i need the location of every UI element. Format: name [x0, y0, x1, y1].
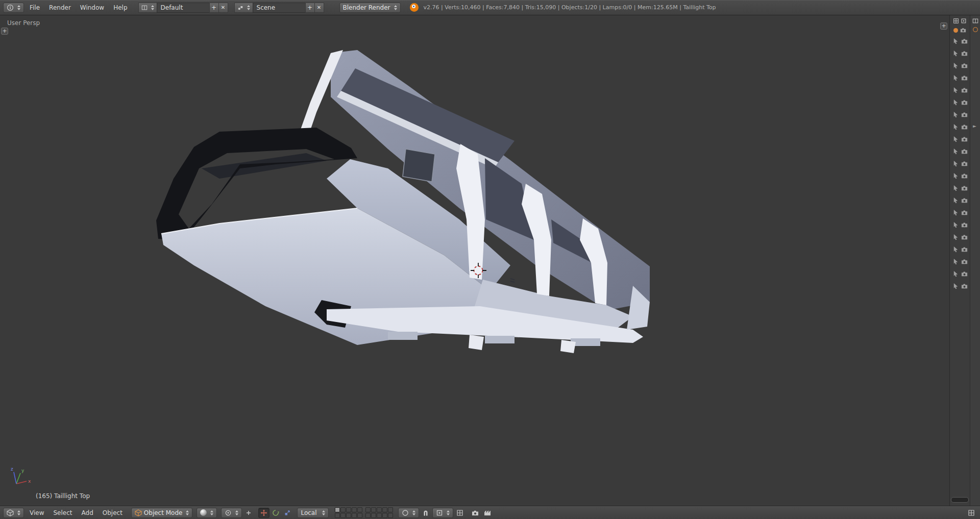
selectable-toggle-icon[interactable]: [952, 135, 959, 144]
region-expand-icon[interactable]: +: [1, 28, 8, 35]
render-toggle-icon[interactable]: [961, 282, 968, 291]
pivot-point-selector[interactable]: [221, 508, 242, 518]
selectable-toggle-icon[interactable]: [952, 86, 959, 95]
mode-selector[interactable]: Object Mode: [131, 508, 193, 518]
selectable-toggle-icon[interactable]: [952, 282, 959, 291]
translate-manipulator-toggle[interactable]: [258, 508, 270, 518]
selectable-toggle-icon[interactable]: [952, 184, 959, 193]
selectable-toggle-icon[interactable]: [952, 73, 959, 83]
render-toggle-icon[interactable]: [961, 257, 968, 267]
render-toggle-icon[interactable]: [961, 171, 968, 181]
pivot-align-toggle[interactable]: [243, 508, 254, 518]
selectable-toggle-icon[interactable]: [952, 147, 959, 157]
screen-layout-add-button[interactable]: +: [209, 3, 219, 13]
render-toggle-icon[interactable]: [961, 49, 968, 59]
editor-type-selector[interactable]: [3, 508, 24, 518]
layer-cell[interactable]: [352, 507, 357, 512]
layer-cell[interactable]: [357, 507, 362, 512]
render-toggle-icon[interactable]: [961, 220, 968, 230]
render-toggle-icon[interactable]: [961, 208, 968, 218]
editor-type-selector[interactable]: [3, 3, 24, 13]
scale-manipulator-toggle[interactable]: [282, 508, 293, 518]
layer-cell[interactable]: [388, 507, 393, 512]
selectable-toggle-icon[interactable]: [952, 49, 959, 59]
selectable-toggle-icon[interactable]: [952, 208, 959, 218]
menu-select[interactable]: Select: [48, 506, 77, 519]
selectable-toggle-icon[interactable]: [952, 110, 959, 120]
render-toggle-icon[interactable]: [961, 110, 968, 120]
viewport-3d[interactable]: x y z User Persp (165) Taillight Top + +: [0, 15, 949, 506]
render-toggle-icon[interactable]: [961, 196, 968, 206]
snap-toggle[interactable]: [420, 508, 431, 518]
menu-view[interactable]: View: [25, 506, 48, 519]
opengl-render-animation-button[interactable]: [482, 508, 493, 518]
expand-arrow-icon[interactable]: ►: [973, 123, 976, 129]
selectable-toggle-icon[interactable]: [952, 98, 959, 108]
selectable-toggle-icon[interactable]: [952, 257, 959, 267]
snap-target-button[interactable]: [454, 508, 465, 518]
menu-file[interactable]: File: [25, 0, 44, 15]
selectable-toggle-icon[interactable]: [952, 171, 959, 181]
render-engine-selector[interactable]: Blender Render: [339, 3, 401, 13]
layer-cell[interactable]: [346, 513, 351, 518]
opengl-render-image-button[interactable]: [470, 508, 481, 518]
menu-render[interactable]: Render: [44, 0, 76, 15]
proportional-edit-selector[interactable]: [398, 508, 419, 518]
layer-cell[interactable]: [382, 507, 387, 512]
screen-layout-field[interactable]: Default: [157, 3, 210, 13]
selectable-toggle-icon[interactable]: [952, 37, 959, 46]
search-filter-icon[interactable]: [961, 18, 967, 24]
menu-help[interactable]: Help: [109, 0, 132, 15]
layer-cell[interactable]: [357, 513, 362, 518]
model-taillight-top[interactable]: [156, 50, 650, 353]
selectable-toggle-icon[interactable]: [952, 159, 959, 169]
layer-cell[interactable]: [382, 513, 387, 518]
layer-cell[interactable]: [335, 513, 340, 518]
layer-cell[interactable]: [388, 513, 393, 518]
editor-corner-button[interactable]: [966, 508, 977, 518]
outliner-scene-row[interactable]: [950, 25, 970, 34]
render-toggle-icon[interactable]: [961, 37, 968, 46]
render-toggle-icon[interactable]: [961, 147, 968, 157]
material-icon[interactable]: [972, 27, 978, 33]
layer-cell[interactable]: [340, 507, 346, 512]
render-toggle-icon[interactable]: [961, 269, 968, 279]
render-toggle-icon[interactable]: [961, 184, 968, 193]
selectable-toggle-icon[interactable]: [952, 220, 959, 230]
layer-cell[interactable]: [371, 513, 376, 518]
render-toggle-icon[interactable]: [961, 122, 968, 132]
render-toggle-icon[interactable]: [961, 98, 968, 108]
layer-cell[interactable]: [340, 513, 346, 518]
render-toggle-icon[interactable]: [961, 233, 968, 242]
scene-add-button[interactable]: +: [305, 3, 315, 13]
render-toggle-icon[interactable]: [961, 61, 968, 71]
region-expand-icon[interactable]: +: [940, 22, 947, 30]
menu-object[interactable]: Object: [98, 506, 127, 519]
scene-browse-button[interactable]: [234, 3, 253, 13]
layer-cell[interactable]: [352, 513, 357, 518]
render-toggle-icon[interactable]: [961, 245, 968, 255]
display-filter-icon[interactable]: [953, 18, 959, 24]
render-toggle-icon[interactable]: [961, 86, 968, 95]
scene-field[interactable]: Scene: [253, 3, 306, 13]
selectable-toggle-icon[interactable]: [952, 61, 959, 71]
render-toggle-icon[interactable]: [961, 159, 968, 169]
layer-cell[interactable]: [346, 507, 351, 512]
shading-selector[interactable]: [197, 508, 217, 518]
selectable-toggle-icon[interactable]: [952, 245, 959, 255]
rotate-manipulator-toggle[interactable]: [270, 508, 281, 518]
selectable-toggle-icon[interactable]: [952, 269, 959, 279]
selectable-toggle-icon[interactable]: [952, 233, 959, 242]
layer-cell[interactable]: [377, 513, 382, 518]
render-toggle-icon[interactable]: [961, 135, 968, 144]
selectable-toggle-icon[interactable]: [952, 122, 959, 132]
menu-add[interactable]: Add: [77, 506, 98, 519]
menu-window[interactable]: Window: [76, 0, 109, 15]
selectable-toggle-icon[interactable]: [952, 196, 959, 206]
scene-close-button[interactable]: ✕: [314, 3, 324, 13]
screen-layout-close-button[interactable]: ✕: [218, 3, 228, 13]
layer-cell[interactable]: [377, 507, 382, 512]
layer-cell[interactable]: [335, 507, 340, 512]
layer-cell[interactable]: [371, 507, 376, 512]
screen-layout-browse-button[interactable]: [138, 3, 157, 13]
